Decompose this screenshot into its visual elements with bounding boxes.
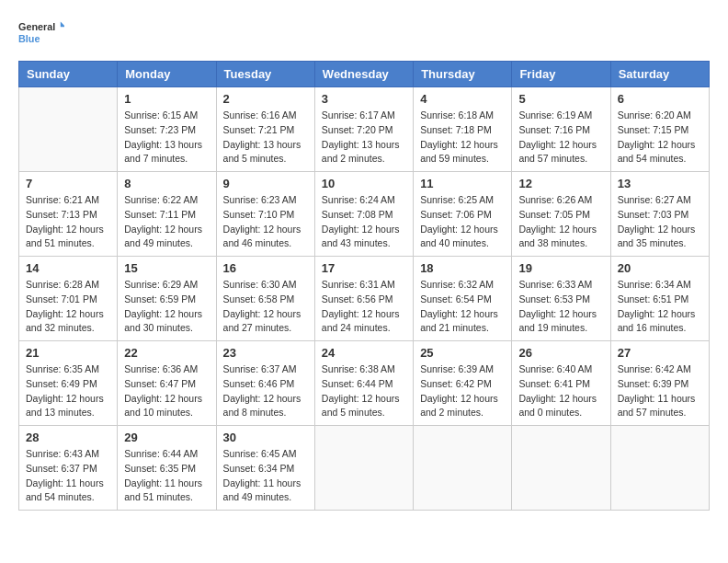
day-info: Sunrise: 6:23 AMSunset: 7:10 PMDaylight:…: [223, 193, 308, 251]
logo: General Blue: [18, 15, 64, 52]
day-info: Sunrise: 6:18 AMSunset: 7:18 PMDaylight:…: [420, 109, 505, 167]
calendar-cell: 22Sunrise: 6:36 AMSunset: 6:47 PMDayligh…: [118, 341, 216, 426]
day-number: 21: [26, 346, 110, 360]
week-row-1: 7Sunrise: 6:21 AMSunset: 7:13 PMDaylight…: [19, 172, 710, 257]
day-number: 1: [124, 92, 209, 106]
day-number: 13: [618, 177, 702, 190]
calendar-cell: 16Sunrise: 6:30 AMSunset: 6:58 PMDayligh…: [216, 257, 314, 341]
calendar-cell: 24Sunrise: 6:38 AMSunset: 6:44 PMDayligh…: [314, 341, 413, 426]
day-number: 11: [420, 177, 505, 190]
day-info: Sunrise: 6:31 AMSunset: 6:56 PMDaylight:…: [322, 278, 406, 336]
day-info: Sunrise: 6:28 AMSunset: 7:01 PMDaylight:…: [26, 278, 110, 336]
calendar-cell: 9Sunrise: 6:23 AMSunset: 7:10 PMDaylight…: [216, 172, 314, 257]
calendar-cell: 25Sunrise: 6:39 AMSunset: 6:42 PMDayligh…: [414, 341, 512, 426]
day-number: 24: [322, 346, 406, 360]
calendar-cell: 6Sunrise: 6:20 AMSunset: 7:15 PMDaylight…: [610, 87, 709, 172]
calendar-cell: 21Sunrise: 6:35 AMSunset: 6:49 PMDayligh…: [19, 341, 118, 426]
day-number: 25: [420, 346, 505, 360]
header: General Blue: [18, 15, 710, 52]
calendar-cell: 8Sunrise: 6:22 AMSunset: 7:11 PMDaylight…: [118, 172, 216, 257]
day-number: 8: [124, 177, 209, 190]
day-info: Sunrise: 6:36 AMSunset: 6:47 PMDaylight:…: [124, 362, 209, 420]
calendar-cell: 26Sunrise: 6:40 AMSunset: 6:41 PMDayligh…: [512, 341, 610, 426]
day-info: Sunrise: 6:43 AMSunset: 6:37 PMDaylight:…: [26, 447, 110, 505]
day-number: 12: [518, 177, 603, 190]
day-number: 7: [26, 177, 110, 190]
logo-svg: General Blue: [18, 15, 64, 52]
day-number: 22: [124, 346, 209, 360]
weekday-header-monday: Monday: [118, 62, 216, 87]
day-number: 30: [223, 431, 308, 444]
calendar-cell: 15Sunrise: 6:29 AMSunset: 6:59 PMDayligh…: [118, 257, 216, 341]
day-info: Sunrise: 6:30 AMSunset: 6:58 PMDaylight:…: [223, 278, 308, 336]
weekday-header-row: SundayMondayTuesdayWednesdayThursdayFrid…: [19, 62, 710, 87]
day-number: 15: [124, 261, 209, 275]
calendar-cell: [314, 426, 413, 511]
day-number: 6: [618, 92, 702, 106]
calendar-cell: 4Sunrise: 6:18 AMSunset: 7:18 PMDaylight…: [414, 87, 512, 172]
day-info: Sunrise: 6:32 AMSunset: 6:54 PMDaylight:…: [420, 278, 505, 336]
day-info: Sunrise: 6:27 AMSunset: 7:03 PMDaylight:…: [618, 193, 702, 251]
calendar-cell: 3Sunrise: 6:17 AMSunset: 7:20 PMDaylight…: [314, 87, 413, 172]
day-info: Sunrise: 6:21 AMSunset: 7:13 PMDaylight:…: [26, 193, 110, 251]
day-number: 19: [518, 261, 603, 275]
weekday-header-wednesday: Wednesday: [314, 62, 413, 87]
day-number: 28: [26, 431, 110, 444]
calendar-cell: [610, 426, 709, 511]
day-info: Sunrise: 6:39 AMSunset: 6:42 PMDaylight:…: [420, 362, 505, 420]
day-info: Sunrise: 6:20 AMSunset: 7:15 PMDaylight:…: [618, 109, 702, 167]
day-number: 29: [124, 431, 209, 444]
calendar-cell: 2Sunrise: 6:16 AMSunset: 7:21 PMDaylight…: [216, 87, 314, 172]
day-info: Sunrise: 6:37 AMSunset: 6:46 PMDaylight:…: [223, 362, 308, 420]
day-number: 2: [223, 92, 308, 106]
calendar-cell: 10Sunrise: 6:24 AMSunset: 7:08 PMDayligh…: [314, 172, 413, 257]
weekday-header-sunday: Sunday: [19, 62, 118, 87]
calendar-cell: 13Sunrise: 6:27 AMSunset: 7:03 PMDayligh…: [610, 172, 709, 257]
calendar-cell: [512, 426, 610, 511]
calendar-cell: 18Sunrise: 6:32 AMSunset: 6:54 PMDayligh…: [414, 257, 512, 341]
calendar-cell: 11Sunrise: 6:25 AMSunset: 7:06 PMDayligh…: [414, 172, 512, 257]
day-number: 14: [26, 261, 110, 275]
day-info: Sunrise: 6:33 AMSunset: 6:53 PMDaylight:…: [518, 278, 603, 336]
calendar-cell: 1Sunrise: 6:15 AMSunset: 7:23 PMDaylight…: [118, 87, 216, 172]
day-info: Sunrise: 6:24 AMSunset: 7:08 PMDaylight:…: [322, 193, 406, 251]
day-info: Sunrise: 6:16 AMSunset: 7:21 PMDaylight:…: [223, 109, 308, 167]
week-row-0: 1Sunrise: 6:15 AMSunset: 7:23 PMDaylight…: [19, 87, 710, 172]
week-row-3: 21Sunrise: 6:35 AMSunset: 6:49 PMDayligh…: [19, 341, 710, 426]
calendar-cell: 28Sunrise: 6:43 AMSunset: 6:37 PMDayligh…: [19, 426, 118, 511]
day-number: 3: [322, 92, 406, 106]
day-info: Sunrise: 6:40 AMSunset: 6:41 PMDaylight:…: [518, 362, 603, 420]
weekday-header-tuesday: Tuesday: [216, 62, 314, 87]
calendar-cell: 7Sunrise: 6:21 AMSunset: 7:13 PMDaylight…: [19, 172, 118, 257]
day-number: 10: [322, 177, 406, 190]
day-info: Sunrise: 6:26 AMSunset: 7:05 PMDaylight:…: [518, 193, 603, 251]
calendar-cell: 17Sunrise: 6:31 AMSunset: 6:56 PMDayligh…: [314, 257, 413, 341]
calendar-cell: 29Sunrise: 6:44 AMSunset: 6:35 PMDayligh…: [118, 426, 216, 511]
svg-text:Blue: Blue: [18, 33, 40, 44]
calendar-cell: 12Sunrise: 6:26 AMSunset: 7:05 PMDayligh…: [512, 172, 610, 257]
day-number: 17: [322, 261, 406, 275]
day-info: Sunrise: 6:17 AMSunset: 7:20 PMDaylight:…: [322, 109, 406, 167]
day-number: 5: [518, 92, 603, 106]
day-info: Sunrise: 6:38 AMSunset: 6:44 PMDaylight:…: [322, 362, 406, 420]
day-info: Sunrise: 6:25 AMSunset: 7:06 PMDaylight:…: [420, 193, 505, 251]
calendar-cell: 27Sunrise: 6:42 AMSunset: 6:39 PMDayligh…: [610, 341, 709, 426]
day-info: Sunrise: 6:15 AMSunset: 7:23 PMDaylight:…: [124, 109, 209, 167]
day-info: Sunrise: 6:35 AMSunset: 6:49 PMDaylight:…: [26, 362, 110, 420]
day-info: Sunrise: 6:45 AMSunset: 6:34 PMDaylight:…: [223, 447, 308, 505]
calendar-cell: 23Sunrise: 6:37 AMSunset: 6:46 PMDayligh…: [216, 341, 314, 426]
day-info: Sunrise: 6:29 AMSunset: 6:59 PMDaylight:…: [124, 278, 209, 336]
day-number: 9: [223, 177, 308, 190]
day-number: 23: [223, 346, 308, 360]
day-info: Sunrise: 6:42 AMSunset: 6:39 PMDaylight:…: [618, 362, 702, 420]
day-number: 20: [618, 261, 702, 275]
calendar-cell: 5Sunrise: 6:19 AMSunset: 7:16 PMDaylight…: [512, 87, 610, 172]
calendar-cell: 19Sunrise: 6:33 AMSunset: 6:53 PMDayligh…: [512, 257, 610, 341]
weekday-header-thursday: Thursday: [414, 62, 512, 87]
day-number: 16: [223, 261, 308, 275]
calendar-cell: 20Sunrise: 6:34 AMSunset: 6:51 PMDayligh…: [610, 257, 709, 341]
day-number: 26: [518, 346, 603, 360]
svg-text:General: General: [18, 21, 55, 32]
calendar-cell: [414, 426, 512, 511]
day-info: Sunrise: 6:34 AMSunset: 6:51 PMDaylight:…: [618, 278, 702, 336]
